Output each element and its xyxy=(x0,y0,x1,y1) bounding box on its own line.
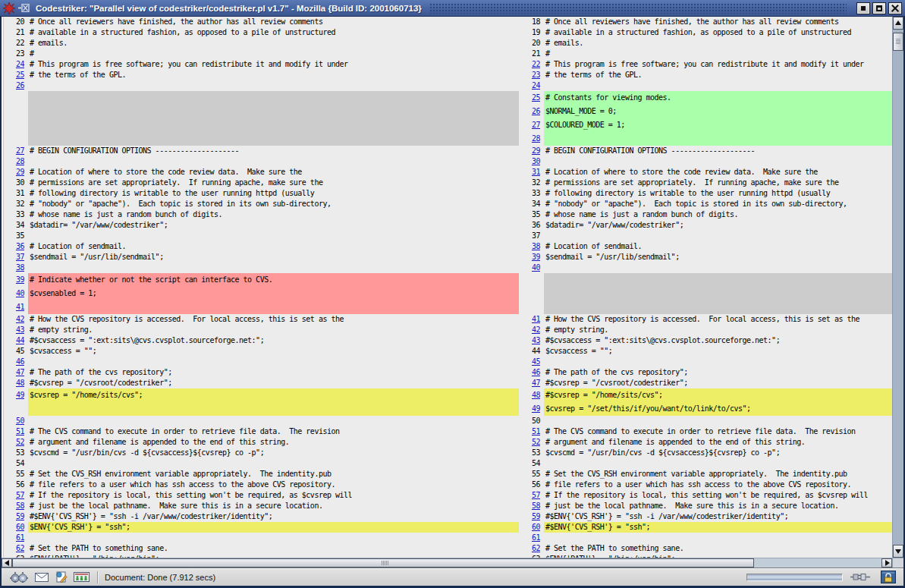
line-number-link[interactable]: 41 xyxy=(2,300,28,314)
line-number-link[interactable]: 30 xyxy=(521,156,544,167)
minimize-button[interactable] xyxy=(856,2,870,14)
line-number-link[interactable]: 29 xyxy=(521,146,544,156)
scroll-down-button[interactable] xyxy=(893,545,903,558)
code-line-left: # The CVS command to execute in order to… xyxy=(28,426,519,437)
line-number-link[interactable]: 47 xyxy=(2,367,28,378)
line-number-link[interactable]: 60 xyxy=(521,522,544,533)
code-line-left: #$cvsaccess = ":ext:sits\@cvs.cvsplot.so… xyxy=(28,335,519,346)
code-line-right: # This program is free software; you can… xyxy=(544,59,892,70)
code-line-left: # file refers to a user which has ssh ac… xyxy=(28,480,519,490)
code-line-left: $cvsaccess = ""; xyxy=(28,346,519,357)
line-number-link[interactable]: 39 xyxy=(2,273,28,287)
line-number-link[interactable]: 61 xyxy=(2,533,28,543)
horizontal-scrollbar[interactable] xyxy=(2,558,903,568)
horizontal-scrollbar-thumb[interactable] xyxy=(12,558,754,568)
line-number-link[interactable]: 28 xyxy=(521,132,544,146)
line-number: 35 xyxy=(521,209,544,220)
line-number-link[interactable]: 46 xyxy=(2,357,28,367)
line-number-link[interactable]: 62 xyxy=(2,543,28,554)
horizontal-scrollbar-track[interactable] xyxy=(754,558,881,568)
code-line-right xyxy=(544,263,892,273)
vertical-scrollbar-thumb[interactable] xyxy=(893,33,903,51)
navigator-icon[interactable] xyxy=(9,571,29,583)
line-number-link[interactable]: 24 xyxy=(2,59,28,70)
code-line-right: # Location of where to store the code re… xyxy=(544,167,892,178)
line-number-link[interactable]: 51 xyxy=(521,426,544,437)
line-number-link[interactable]: 23 xyxy=(521,70,544,80)
line-number-link[interactable]: 38 xyxy=(2,263,28,273)
line-number-link[interactable]: 50 xyxy=(2,416,28,426)
line-number-link[interactable]: 49 xyxy=(2,388,28,402)
code-line-left: $cvsrep = "/home/sits/cvs"; xyxy=(28,388,519,402)
code-line-right: # xyxy=(544,49,892,59)
line-number-link[interactable]: 52 xyxy=(521,437,544,448)
code-line-right: # following directory is writable to the… xyxy=(544,188,892,199)
line-number-link[interactable]: 43 xyxy=(2,325,28,335)
diff-row: 41 xyxy=(2,300,892,314)
line-number-link[interactable]: 51 xyxy=(2,426,28,437)
line-number-link[interactable]: 27 xyxy=(2,146,28,156)
scroll-left-button[interactable] xyxy=(2,558,12,568)
diff-row: 57# If the repository is local, this set… xyxy=(2,490,892,501)
code-line-right xyxy=(544,132,892,146)
diff-row: 59#$ENV{'CVS_RSH'} = "ssh -i /var/www/co… xyxy=(2,511,892,522)
line-number-link[interactable]: 59 xyxy=(521,511,544,522)
line-number-link[interactable]: 26 xyxy=(2,80,28,91)
line-number-link[interactable]: 45 xyxy=(521,357,544,367)
line-number-link[interactable]: 61 xyxy=(521,533,544,543)
close-button[interactable] xyxy=(888,2,902,14)
scroll-right-button[interactable] xyxy=(881,558,892,568)
line-number-link[interactable]: 38 xyxy=(521,241,544,252)
line-number-link[interactable]: 37 xyxy=(2,252,28,263)
line-number: 37 xyxy=(521,231,544,241)
line-number-link[interactable]: 27 xyxy=(521,118,544,132)
line-number-link[interactable]: 25 xyxy=(521,91,544,105)
line-number: 33 xyxy=(2,209,28,220)
line-number-link[interactable]: 43 xyxy=(521,335,544,346)
code-line-right: $NORMAL_MODE = 0; xyxy=(544,105,892,118)
line-number-link[interactable]: 48 xyxy=(521,388,544,402)
line-number-link[interactable]: 25 xyxy=(2,70,28,80)
line-number-link[interactable]: 36 xyxy=(2,241,28,252)
vertical-scrollbar[interactable] xyxy=(892,17,903,558)
code-line-left: #$ENV{'CVS_RSH'} = "ssh -i /var/www/code… xyxy=(28,511,519,522)
line-number-link[interactable]: 49 xyxy=(521,402,544,416)
line-number-link[interactable]: 41 xyxy=(521,314,544,325)
composer-icon[interactable] xyxy=(55,571,68,583)
security-lock-icon[interactable] xyxy=(881,571,896,583)
line-number-link[interactable]: 58 xyxy=(2,501,28,511)
line-number-link[interactable]: 47 xyxy=(521,378,544,388)
maximize-icon xyxy=(876,5,882,11)
line-number-link[interactable]: 40 xyxy=(521,263,544,273)
maximize-button[interactable] xyxy=(872,2,886,14)
line-number-link[interactable]: 24 xyxy=(521,80,544,91)
line-number-link[interactable]: 26 xyxy=(521,105,544,118)
code-line-left: # Set the CVS_RSH environment variable a… xyxy=(28,469,519,480)
line-number-link[interactable]: 44 xyxy=(2,335,28,346)
diff-row: 32# "nobody" or "apache"). Each topic is… xyxy=(2,199,892,209)
scroll-up-button[interactable] xyxy=(893,17,903,30)
line-number-link[interactable]: 40 xyxy=(2,287,28,300)
line-number-link[interactable]: 29 xyxy=(2,167,28,178)
line-number-link[interactable]: 58 xyxy=(521,501,544,511)
line-number-link[interactable]: 59 xyxy=(2,511,28,522)
line-number-link[interactable]: 52 xyxy=(2,437,28,448)
line-number-link[interactable]: 46 xyxy=(521,367,544,378)
line-number-link[interactable]: 57 xyxy=(2,490,28,501)
vertical-scrollbar-track[interactable] xyxy=(893,51,903,545)
line-number-link[interactable]: 42 xyxy=(2,314,28,325)
line-number-link[interactable]: 28 xyxy=(2,156,28,167)
addressbook-icon[interactable] xyxy=(74,572,90,582)
mail-icon[interactable] xyxy=(35,573,49,582)
code-line-left: # BEGIN CONFIGURATION OPTIONS ----------… xyxy=(28,146,519,156)
line-number-link[interactable]: 57 xyxy=(521,490,544,501)
offline-plug-icon[interactable] xyxy=(850,573,870,581)
window-menu-pin-icon[interactable] xyxy=(18,4,30,12)
line-number-link[interactable]: 62 xyxy=(521,543,544,554)
line-number-link[interactable]: 39 xyxy=(521,252,544,263)
line-number-link[interactable]: 60 xyxy=(2,522,28,533)
line-number-link[interactable]: 42 xyxy=(521,325,544,335)
line-number-link[interactable]: 48 xyxy=(2,378,28,388)
line-number-link[interactable]: 22 xyxy=(521,59,544,70)
line-number-link[interactable]: 31 xyxy=(521,167,544,178)
